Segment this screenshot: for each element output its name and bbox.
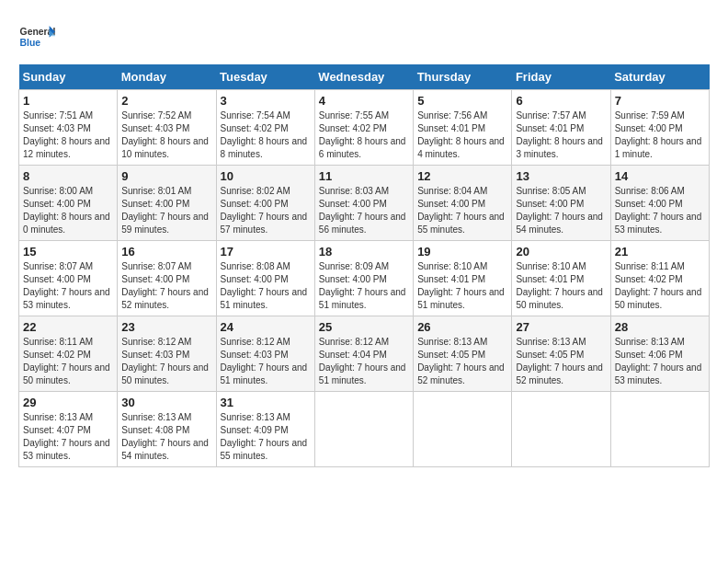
day-info: Sunrise: 7:55 AM Sunset: 4:02 PM Dayligh… — [319, 109, 409, 161]
day-cell-11: 11 Sunrise: 8:03 AM Sunset: 4:00 PM Dayl… — [314, 166, 413, 241]
day-number: 10 — [221, 169, 311, 183]
day-cell-20: 20 Sunrise: 8:10 AM Sunset: 4:01 PM Dayl… — [512, 241, 610, 316]
day-info: Sunrise: 8:05 AM Sunset: 4:00 PM Dayligh… — [516, 185, 606, 236]
day-info: Sunrise: 7:51 AM Sunset: 4:03 PM Dayligh… — [23, 109, 113, 161]
day-number: 17 — [221, 245, 311, 259]
day-number: 28 — [615, 320, 705, 334]
day-number: 12 — [417, 169, 507, 183]
week-row-4: 22 Sunrise: 8:11 AM Sunset: 4:02 PM Dayl… — [19, 316, 710, 392]
empty-cell — [512, 392, 610, 467]
day-info: Sunrise: 8:01 AM Sunset: 4:00 PM Dayligh… — [121, 185, 211, 236]
day-cell-7: 7 Sunrise: 7:59 AM Sunset: 4:00 PM Dayli… — [610, 90, 709, 166]
week-row-2: 8 Sunrise: 8:00 AM Sunset: 4:00 PM Dayli… — [19, 166, 710, 241]
day-cell-17: 17 Sunrise: 8:08 AM Sunset: 4:00 PM Dayl… — [216, 241, 314, 316]
weekday-header-saturday: Saturday — [610, 64, 709, 90]
day-number: 8 — [23, 169, 113, 183]
day-info: Sunrise: 7:54 AM Sunset: 4:02 PM Dayligh… — [221, 109, 311, 161]
day-number: 19 — [417, 245, 507, 259]
day-number: 11 — [319, 169, 409, 183]
day-cell-2: 2 Sunrise: 7:52 AM Sunset: 4:03 PM Dayli… — [118, 90, 216, 166]
day-info: Sunrise: 8:08 AM Sunset: 4:00 PM Dayligh… — [221, 260, 311, 312]
day-number: 24 — [221, 320, 311, 334]
day-number: 3 — [221, 94, 311, 108]
day-cell-15: 15 Sunrise: 8:07 AM Sunset: 4:00 PM Dayl… — [19, 241, 118, 316]
day-info: Sunrise: 7:57 AM Sunset: 4:01 PM Dayligh… — [516, 109, 606, 161]
svg-text:Blue: Blue — [20, 38, 41, 48]
day-cell-9: 9 Sunrise: 8:01 AM Sunset: 4:00 PM Dayli… — [118, 166, 216, 241]
day-info: Sunrise: 8:10 AM Sunset: 4:01 PM Dayligh… — [417, 260, 507, 312]
day-info: Sunrise: 8:07 AM Sunset: 4:00 PM Dayligh… — [23, 260, 113, 312]
day-number: 30 — [121, 396, 211, 409]
day-info: Sunrise: 8:10 AM Sunset: 4:01 PM Dayligh… — [516, 260, 606, 312]
calendar-body: 1 Sunrise: 7:51 AM Sunset: 4:03 PM Dayli… — [19, 90, 710, 467]
empty-cell — [314, 392, 413, 467]
weekday-header-friday: Friday — [512, 64, 610, 90]
logo: General Blue — [18, 18, 55, 55]
day-cell-27: 27 Sunrise: 8:13 AM Sunset: 4:05 PM Dayl… — [512, 316, 610, 392]
day-cell-16: 16 Sunrise: 8:07 AM Sunset: 4:00 PM Dayl… — [118, 241, 216, 316]
day-info: Sunrise: 8:12 AM Sunset: 4:03 PM Dayligh… — [121, 336, 211, 387]
day-cell-29: 29 Sunrise: 8:13 AM Sunset: 4:07 PM Dayl… — [19, 392, 118, 467]
day-cell-22: 22 Sunrise: 8:11 AM Sunset: 4:02 PM Dayl… — [19, 316, 118, 392]
day-number: 25 — [319, 320, 409, 334]
day-cell-21: 21 Sunrise: 8:11 AM Sunset: 4:02 PM Dayl… — [610, 241, 709, 316]
weekday-header-sunday: Sunday — [19, 64, 118, 90]
day-info: Sunrise: 8:04 AM Sunset: 4:00 PM Dayligh… — [417, 185, 507, 236]
day-cell-18: 18 Sunrise: 8:09 AM Sunset: 4:00 PM Dayl… — [314, 241, 413, 316]
day-number: 31 — [221, 396, 311, 409]
day-info: Sunrise: 8:06 AM Sunset: 4:00 PM Dayligh… — [615, 185, 705, 236]
day-number: 1 — [23, 94, 113, 108]
day-info: Sunrise: 8:13 AM Sunset: 4:08 PM Dayligh… — [121, 411, 211, 463]
day-cell-24: 24 Sunrise: 8:12 AM Sunset: 4:03 PM Dayl… — [216, 316, 314, 392]
day-number: 5 — [417, 94, 507, 108]
day-number: 26 — [417, 320, 507, 334]
day-cell-19: 19 Sunrise: 8:10 AM Sunset: 4:01 PM Dayl… — [414, 241, 512, 316]
day-cell-8: 8 Sunrise: 8:00 AM Sunset: 4:00 PM Dayli… — [19, 166, 118, 241]
day-cell-5: 5 Sunrise: 7:56 AM Sunset: 4:01 PM Dayli… — [414, 90, 512, 166]
day-number: 18 — [319, 245, 409, 259]
day-number: 14 — [615, 169, 705, 183]
day-info: Sunrise: 8:09 AM Sunset: 4:00 PM Dayligh… — [319, 260, 409, 312]
day-info: Sunrise: 7:52 AM Sunset: 4:03 PM Dayligh… — [121, 109, 211, 161]
day-number: 23 — [121, 320, 211, 334]
day-cell-10: 10 Sunrise: 8:02 AM Sunset: 4:00 PM Dayl… — [216, 166, 314, 241]
day-cell-3: 3 Sunrise: 7:54 AM Sunset: 4:02 PM Dayli… — [216, 90, 314, 166]
day-cell-30: 30 Sunrise: 8:13 AM Sunset: 4:08 PM Dayl… — [118, 392, 216, 467]
weekday-header-thursday: Thursday — [414, 64, 512, 90]
day-info: Sunrise: 8:11 AM Sunset: 4:02 PM Dayligh… — [23, 336, 113, 387]
day-number: 4 — [319, 94, 409, 108]
day-cell-25: 25 Sunrise: 8:12 AM Sunset: 4:04 PM Dayl… — [314, 316, 413, 392]
header: General Blue — [18, 18, 710, 55]
day-number: 15 — [23, 245, 113, 259]
week-row-5: 29 Sunrise: 8:13 AM Sunset: 4:07 PM Dayl… — [19, 392, 710, 467]
day-cell-28: 28 Sunrise: 8:13 AM Sunset: 4:06 PM Dayl… — [610, 316, 709, 392]
day-cell-26: 26 Sunrise: 8:13 AM Sunset: 4:05 PM Dayl… — [414, 316, 512, 392]
day-info: Sunrise: 8:00 AM Sunset: 4:00 PM Dayligh… — [23, 185, 113, 236]
day-number: 20 — [516, 245, 606, 259]
day-cell-14: 14 Sunrise: 8:06 AM Sunset: 4:00 PM Dayl… — [610, 166, 709, 241]
day-info: Sunrise: 8:13 AM Sunset: 4:07 PM Dayligh… — [23, 411, 113, 463]
day-number: 16 — [121, 245, 211, 259]
empty-cell — [414, 392, 512, 467]
day-cell-23: 23 Sunrise: 8:12 AM Sunset: 4:03 PM Dayl… — [118, 316, 216, 392]
day-info: Sunrise: 8:13 AM Sunset: 4:05 PM Dayligh… — [516, 336, 606, 387]
day-number: 13 — [516, 169, 606, 183]
day-cell-6: 6 Sunrise: 7:57 AM Sunset: 4:01 PM Dayli… — [512, 90, 610, 166]
weekday-header-tuesday: Tuesday — [216, 64, 314, 90]
weekday-header-monday: Monday — [118, 64, 216, 90]
day-info: Sunrise: 8:12 AM Sunset: 4:04 PM Dayligh… — [319, 336, 409, 387]
day-number: 22 — [23, 320, 113, 334]
day-info: Sunrise: 8:13 AM Sunset: 4:05 PM Dayligh… — [417, 336, 507, 387]
day-number: 2 — [121, 94, 211, 108]
weekday-header-wednesday: Wednesday — [314, 64, 413, 90]
day-number: 7 — [615, 94, 705, 108]
day-info: Sunrise: 8:13 AM Sunset: 4:09 PM Dayligh… — [221, 411, 311, 463]
day-cell-4: 4 Sunrise: 7:55 AM Sunset: 4:02 PM Dayli… — [314, 90, 413, 166]
day-number: 21 — [615, 245, 705, 259]
empty-cell — [610, 392, 709, 467]
day-cell-1: 1 Sunrise: 7:51 AM Sunset: 4:03 PM Dayli… — [19, 90, 118, 166]
day-cell-13: 13 Sunrise: 8:05 AM Sunset: 4:00 PM Dayl… — [512, 166, 610, 241]
calendar: SundayMondayTuesdayWednesdayThursdayFrid… — [18, 64, 710, 467]
day-info: Sunrise: 8:11 AM Sunset: 4:02 PM Dayligh… — [615, 260, 705, 312]
day-info: Sunrise: 7:59 AM Sunset: 4:00 PM Dayligh… — [615, 109, 705, 161]
